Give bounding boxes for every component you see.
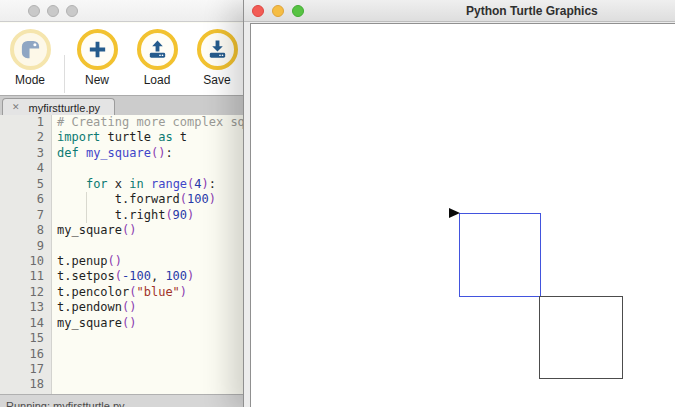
code-line[interactable]: 12t.pencolor("blue") [0,285,246,300]
minimize-window-button[interactable] [272,5,284,17]
code-text: t.pendown() [57,300,136,315]
line-number: 13 [0,300,44,315]
runner-pane-title: Running: myfirstturtle.py [6,400,125,407]
tab-bar: ✕ myfirstturtle.py [0,95,246,115]
code-line[interactable]: 17 [0,362,246,377]
upload-icon [146,38,169,61]
code-line[interactable]: 11t.setpos(-100, 100) [0,269,246,284]
line-number: 9 [0,239,44,254]
code-text: # Creating more complex squ [57,115,246,130]
load-button-ring [137,29,178,70]
code-line[interactable]: 3def my_square(): [0,146,246,161]
window-title: Python Turtle Graphics [466,4,598,18]
code-line[interactable]: 13t.pendown() [0,300,246,315]
mode-button[interactable]: Mode [0,29,60,87]
code-line[interactable]: 2import turtle as t [0,130,246,145]
code-line[interactable]: 7 t.right(90) [0,208,246,223]
code-line[interactable]: 5 for x in range(4): [0,177,246,192]
new-button-ring [77,29,118,70]
tab-label: myfirstturtle.py [29,102,101,114]
plus-icon [86,38,109,61]
turtle-cursor [449,208,460,218]
code-line[interactable]: 14my_square() [0,316,246,331]
zoom-window-button[interactable] [292,5,304,17]
code-line[interactable]: 15 [0,331,246,346]
save-button-label: Save [203,73,230,87]
line-number: 7 [0,208,44,223]
code-text: t.penup() [57,254,122,269]
line-number: 5 [0,177,44,192]
save-button[interactable]: Save [187,29,247,87]
code-text: my_square() [57,316,136,331]
code-text: t.setpos(-100, 100) [57,269,194,284]
zoom-window-button[interactable] [66,5,78,17]
black-square [539,296,623,379]
traffic-lights [252,5,304,17]
blue-square [459,213,541,297]
line-number: 4 [0,161,44,176]
turtle-canvas [250,23,675,407]
code-text: for x in range(4): [57,177,216,192]
code-line[interactable]: 8my_square() [0,223,246,238]
line-number: 14 [0,316,44,331]
line-number: 12 [0,285,44,300]
code-line[interactable]: 18 [0,377,246,392]
turtle-titlebar[interactable]: Python Turtle Graphics [244,0,675,22]
line-number: 18 [0,377,44,392]
close-window-button[interactable] [28,5,40,17]
minimize-window-button[interactable] [47,5,59,17]
line-number: 2 [0,130,44,145]
mu-editor-window: Mode New [0,0,246,407]
line-number: 15 [0,331,44,346]
line-number: 8 [0,223,44,238]
download-icon [206,38,229,61]
code-line[interactable]: 6 t.forward(100) [0,192,246,207]
python-mode-icon [19,38,42,61]
mode-button-ring [10,29,51,70]
line-number: 17 [0,362,44,377]
code-text: t.right(90) [57,208,194,223]
code-line[interactable]: 10t.penup() [0,254,246,269]
code-text: my_square() [57,223,136,238]
line-number: 6 [0,192,44,207]
load-button[interactable]: Load [127,29,187,87]
close-window-button[interactable] [252,5,264,17]
code-text: import turtle as t [57,130,187,145]
mu-toolbar: Mode New [0,23,246,95]
runner-pane-header: Running: myfirstturtle.py [0,394,246,407]
line-number: 1 [0,115,44,130]
code-editor[interactable]: 1# Creating more complex squ2import turt… [0,115,246,394]
code-lines: 1# Creating more complex squ2import turt… [0,115,246,393]
save-button-ring [197,29,238,70]
code-text: t.forward(100) [57,192,216,207]
new-button[interactable]: New [67,29,127,87]
tab-myfirstturtle[interactable]: ✕ myfirstturtle.py [2,98,115,116]
tab-close-icon[interactable]: ✕ [12,103,20,112]
code-line[interactable]: 9 [0,239,246,254]
code-text: def my_square(): [57,146,173,161]
turtle-graphics-window: Python Turtle Graphics [243,0,675,407]
code-line[interactable]: 16 [0,347,246,362]
code-line[interactable]: 1# Creating more complex squ [0,115,246,130]
line-number: 16 [0,347,44,362]
new-button-label: New [85,73,109,87]
line-number: 3 [0,146,44,161]
code-text: t.pencolor("blue") [57,285,187,300]
line-number: 11 [0,269,44,284]
toolbar-separator [64,55,65,93]
mu-titlebar[interactable] [0,0,246,22]
line-number: 10 [0,254,44,269]
screenshot: Mode New [0,0,675,407]
code-line[interactable]: 4 [0,161,246,176]
mode-button-label: Mode [15,73,45,87]
load-button-label: Load [144,73,171,87]
